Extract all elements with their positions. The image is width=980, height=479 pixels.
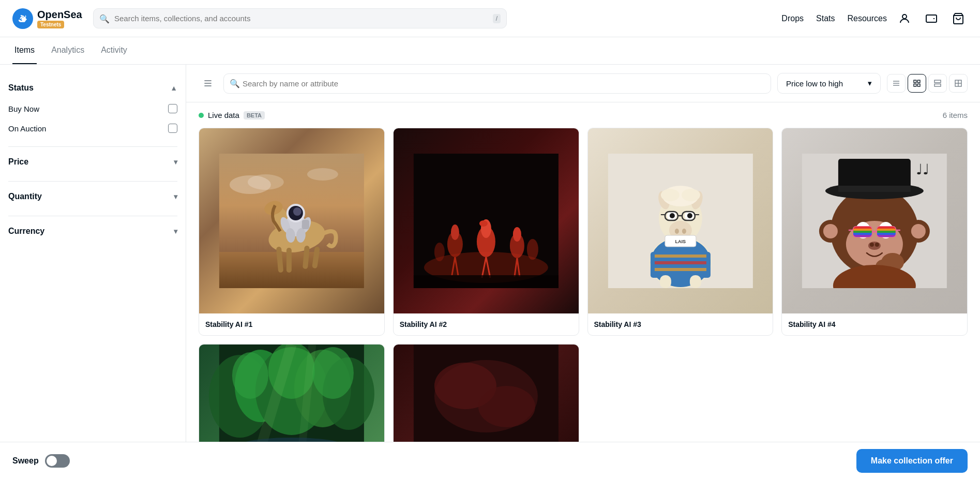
svg-text:♩♩: ♩♩ xyxy=(916,161,929,177)
item-card-4[interactable]: ♩♩ xyxy=(781,128,968,336)
attribute-search-icon: 🔍 xyxy=(230,79,240,88)
grid-large-view-button[interactable] xyxy=(949,74,968,93)
sort-chevron-icon: ▾ xyxy=(868,79,872,88)
svg-point-21 xyxy=(248,174,284,190)
svg-rect-120 xyxy=(838,186,911,192)
nav-stats[interactable]: Stats xyxy=(816,14,835,23)
item-image-2 xyxy=(394,128,579,313)
wallet-icon[interactable] xyxy=(922,9,941,28)
item-info-1: Stability AI #1 xyxy=(199,313,384,335)
svg-point-63 xyxy=(682,229,686,234)
svg-rect-11 xyxy=(914,84,916,86)
tab-items[interactable]: Items xyxy=(12,37,37,64)
svg-point-113 xyxy=(875,243,879,247)
sort-label: Price low to high xyxy=(786,79,843,88)
buy-now-label: Buy Now xyxy=(8,104,39,113)
svg-point-33 xyxy=(293,207,301,216)
quantity-label: Quantity xyxy=(8,192,42,201)
svg-rect-1 xyxy=(926,15,937,22)
grid-medium-view-button[interactable] xyxy=(928,74,947,93)
svg-point-0 xyxy=(902,14,907,19)
attribute-search-input[interactable] xyxy=(223,73,771,94)
attribute-search-bar: 🔍 xyxy=(223,73,771,94)
item-image-3: LAIS xyxy=(588,128,773,313)
svg-rect-109 xyxy=(877,233,896,235)
svg-rect-106 xyxy=(877,227,896,229)
svg-rect-14 xyxy=(934,84,941,86)
svg-point-45 xyxy=(479,220,488,227)
make-collection-offer-button[interactable]: Make collection offer xyxy=(856,449,968,473)
bottom-bar: Sweep Make collection offer xyxy=(0,442,980,477)
logo-name: OpenSea xyxy=(37,9,82,21)
item-card-1[interactable]: Stability AI #1 xyxy=(199,128,385,336)
item-card-3[interactable]: LAIS Stability AI #3 xyxy=(587,128,774,336)
live-dot xyxy=(199,113,204,118)
tabs: Items Analytics Activity xyxy=(0,37,980,65)
svg-point-67 xyxy=(687,213,692,218)
buy-now-option: Buy Now xyxy=(8,99,177,118)
nav-resources[interactable]: Resources xyxy=(848,14,887,23)
svg-rect-101 xyxy=(853,227,872,229)
nav-links: Drops Stats Resources xyxy=(781,14,887,23)
header-search-input[interactable] xyxy=(93,8,507,28)
cart-icon[interactable] xyxy=(949,9,968,28)
currency-filter-section: Currency ▾ xyxy=(8,220,177,250)
quantity-filter-section: Quantity ▾ xyxy=(8,186,177,216)
logo-area: OpenSea Testnets xyxy=(12,8,85,29)
buy-now-checkbox[interactable] xyxy=(168,104,177,113)
live-data-label: Live data xyxy=(208,111,239,119)
nav-drops[interactable]: Drops xyxy=(781,14,804,23)
svg-rect-85 xyxy=(659,275,671,288)
sort-dropdown[interactable]: Price low to high ▾ xyxy=(777,73,881,94)
currency-filter-header[interactable]: Currency ▾ xyxy=(8,220,177,242)
svg-point-55 xyxy=(527,239,538,260)
status-filter-header[interactable]: Status ▲ xyxy=(8,77,177,99)
svg-point-139 xyxy=(478,386,535,427)
status-label: Status xyxy=(8,83,34,93)
svg-rect-86 xyxy=(689,275,701,288)
on-auction-label: On Auction xyxy=(8,124,46,133)
items-grid: Stability AI #1 xyxy=(199,128,968,470)
sweep-label: Sweep xyxy=(12,456,39,466)
price-filter-header[interactable]: Price ▾ xyxy=(8,151,177,173)
slash-key: / xyxy=(493,14,501,23)
filter-toggle-button[interactable] xyxy=(199,74,217,93)
testnets-badge: Testnets xyxy=(37,21,64,28)
logo-text-area: OpenSea Testnets xyxy=(37,9,82,28)
on-auction-option: On Auction xyxy=(8,118,177,138)
opensea-logo-icon[interactable] xyxy=(12,8,33,29)
tab-analytics[interactable]: Analytics xyxy=(49,37,86,64)
item-info-3: Stability AI #3 xyxy=(588,313,773,335)
live-data-indicator: Live data BETA xyxy=(199,111,265,119)
quantity-filter-header[interactable]: Quantity ▾ xyxy=(8,186,177,207)
on-auction-checkbox[interactable] xyxy=(168,124,177,133)
item-name-4: Stability AI #4 xyxy=(788,320,835,328)
svg-point-76 xyxy=(660,189,679,201)
svg-rect-105 xyxy=(853,235,872,237)
grid-small-view-button[interactable] xyxy=(908,74,926,93)
sweep-toggle: Sweep xyxy=(12,454,70,468)
currency-label: Currency xyxy=(8,227,44,236)
item-name-2: Stability AI #2 xyxy=(400,320,447,328)
svg-point-22 xyxy=(307,168,338,181)
svg-rect-12 xyxy=(917,84,920,86)
item-info-4: Stability AI #4 xyxy=(782,313,967,335)
svg-text:LAIS: LAIS xyxy=(675,239,686,244)
sidebar: Status ▲ Buy Now On Auction Price ▾ Quan… xyxy=(0,65,186,477)
svg-rect-103 xyxy=(853,231,872,233)
header: OpenSea Testnets 🔍 / Drops Stats Resourc… xyxy=(0,0,980,37)
svg-point-115 xyxy=(823,224,838,238)
svg-point-62 xyxy=(674,229,679,234)
item-image-6 xyxy=(394,345,579,448)
tab-activity[interactable]: Activity xyxy=(99,37,129,64)
status-filter-section: Status ▲ Buy Now On Auction xyxy=(8,77,177,147)
item-card-2[interactable]: Stability AI #2 xyxy=(393,128,579,336)
sweep-toggle-switch[interactable] xyxy=(45,454,70,468)
profile-icon[interactable] xyxy=(895,9,914,28)
svg-point-54 xyxy=(434,243,445,261)
header-search-bar: 🔍 / xyxy=(93,8,507,28)
svg-rect-107 xyxy=(877,229,896,231)
list-view-button[interactable] xyxy=(887,74,906,93)
content-area: 🔍 Price low to high ▾ xyxy=(186,65,980,477)
svg-rect-9 xyxy=(914,80,916,83)
